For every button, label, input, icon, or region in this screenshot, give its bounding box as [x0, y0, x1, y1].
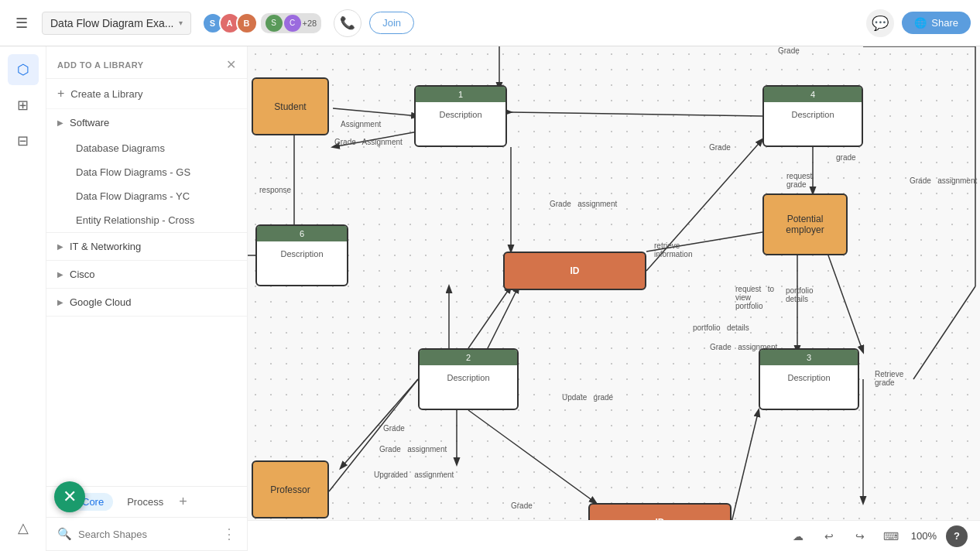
label-request-view: request toviewportfolio [735, 285, 774, 310]
create-library-label: Create a Library [70, 88, 142, 100]
label-upgraded-assign: Upgraded assignment [374, 471, 454, 479]
avatar: B [236, 12, 258, 34]
redo-button[interactable]: ↪ [849, 525, 871, 547]
grid-button[interactable]: ⊞ [8, 90, 39, 121]
label-request-grade: requestgrade [786, 172, 812, 189]
software-chevron-icon: ▶ [57, 118, 63, 127]
search-bar: 🔍 ⋮ [46, 518, 247, 551]
phone-button[interactable]: 📞 [334, 9, 362, 37]
help-button[interactable]: ? [946, 525, 968, 547]
sidebar-panel: ADD TO A LIBRARY ✕ + Create a Library ▶ … [46, 46, 248, 551]
grid-icon: ⊞ [17, 97, 29, 114]
sidebar-item-database-diagrams[interactable]: Database Diagrams [46, 136, 247, 160]
undo-icon: ↩ [824, 530, 834, 542]
sidebar-close-button[interactable]: ✕ [226, 57, 236, 72]
label-grade3: Grade [511, 501, 533, 510]
label-grade2: Grade [383, 424, 405, 433]
cisco-label: Cisco [70, 269, 95, 280]
svg-line-5 [511, 112, 762, 116]
cisco-chevron-icon: ▶ [57, 270, 63, 279]
svg-line-19 [488, 286, 519, 348]
search-icon: 🔍 [57, 527, 72, 541]
entity-box-3[interactable]: 3 Description [759, 348, 859, 410]
id1-entity[interactable]: ID [503, 252, 646, 290]
share-label: Share [931, 17, 958, 29]
title-text: Data Flow Diagram Exa... [50, 17, 174, 29]
entity-box-1[interactable]: 1 Description [414, 85, 507, 147]
entity-box-6[interactable]: 6 Description [255, 224, 348, 286]
keyboard-button[interactable]: ⌨ [880, 525, 902, 547]
share-button[interactable]: 🌐 Share [902, 12, 971, 34]
menu-button[interactable]: ☰ [9, 11, 34, 36]
cloud-icon: ☁ [793, 530, 804, 542]
shapes-icon: ⬡ [17, 61, 29, 78]
title-chevron: ▾ [179, 19, 183, 27]
canvas-area[interactable]: Student 1 Description 4 Description 6 De… [248, 46, 980, 551]
label-portfolio: portfoliodetails [786, 286, 814, 303]
svg-line-0 [333, 108, 418, 116]
potential-employer-entity[interactable]: Potential employer [762, 193, 848, 255]
fab-button[interactable]: ✕ [54, 481, 85, 512]
svg-line-11 [828, 255, 863, 352]
zoom-level: 100% [911, 530, 937, 542]
sidebar-item-dataflow-gs[interactable]: Data Flow Diagrams - GS [46, 160, 247, 184]
toolbar: ☰ Data Flow Diagram Exa... ▾ S A B SC+28… [0, 0, 980, 46]
svg-line-13 [341, 379, 418, 468]
avatars-group: S A B SC+28 [207, 12, 322, 34]
google-cloud-section-header[interactable]: ▶ Google Cloud [46, 289, 247, 316]
cloud-button[interactable]: ☁ [787, 525, 809, 547]
software-section-label: Software [70, 117, 109, 128]
search-input[interactable] [78, 529, 216, 540]
label-response: response [259, 186, 291, 194]
software-section: ▶ Software Database Diagrams Data Flow D… [46, 109, 247, 233]
avatar-count: SC+28 [261, 13, 322, 33]
left-icon-bar: ⬡ ⊞ ⊟ △ [0, 46, 46, 551]
tab-process[interactable]: Process [118, 493, 173, 511]
label-grade-assignment2: Grade assignment [550, 200, 617, 208]
sidebar-header: ADD TO A LIBRARY ✕ [46, 46, 247, 79]
sidebar-item-dataflow-yc[interactable]: Data Flow Diagrams - YC [46, 184, 247, 208]
google-cloud-section: ▶ Google Cloud [46, 289, 247, 317]
google-cloud-chevron-icon: ▶ [57, 298, 63, 306]
help-label: ? [954, 530, 960, 542]
svg-line-20 [732, 410, 759, 522]
label-retrieve-info: retrieveinformation [654, 241, 692, 258]
professor-entity[interactable]: Professor [252, 460, 329, 518]
diagram-icon: △ [18, 519, 29, 536]
document-title[interactable]: Data Flow Diagram Exa... ▾ [42, 12, 191, 35]
chat-button[interactable]: 💬 [866, 9, 894, 37]
entity-box-4[interactable]: 4 Description [762, 85, 863, 147]
diagram: Student 1 Description 4 Description 6 De… [248, 46, 980, 551]
software-section-header[interactable]: ▶ Software [46, 109, 247, 136]
it-networking-section-header[interactable]: ▶ IT & Networking [46, 233, 247, 260]
undo-button[interactable]: ↩ [818, 525, 840, 547]
bottom-bar: ☁ ↩ ↪ ⌨ 100% ? [248, 520, 980, 551]
create-library-button[interactable]: + Create a Library [46, 79, 247, 109]
label-grade: Grade [709, 143, 731, 152]
shapes-button[interactable]: ⬡ [8, 54, 39, 85]
entity-box-2[interactable]: 2 Description [418, 348, 519, 410]
svg-line-21 [913, 286, 975, 379]
tab-add-icon[interactable]: + [179, 494, 187, 510]
search-menu-icon[interactable]: ⋮ [222, 525, 236, 542]
label-assignment: Assignment [341, 120, 381, 128]
plus-icon: + [57, 87, 64, 101]
fab-icon: ✕ [63, 487, 77, 507]
diagram-button[interactable]: △ [8, 512, 39, 543]
label-grade4: grade [836, 153, 856, 162]
student-entity[interactable]: Student [252, 77, 329, 135]
svg-line-15 [468, 410, 596, 503]
cisco-section-header[interactable]: ▶ Cisco [46, 261, 247, 288]
label-retrieve-grade: Retrievegrade [875, 370, 903, 387]
share-globe-icon: 🌐 [914, 17, 927, 29]
it-networking-chevron-icon: ▶ [57, 242, 63, 251]
label-grade-assignment4: Grade assignment [910, 176, 977, 185]
it-networking-label: IT & Networking [70, 241, 141, 252]
join-button[interactable]: Join [369, 12, 414, 34]
table-button[interactable]: ⊟ [8, 125, 39, 156]
label-grade-assignment: Grade Assignment [334, 138, 403, 146]
menu-icon: ☰ [15, 15, 28, 32]
cisco-section: ▶ Cisco [46, 261, 247, 289]
sidebar-item-entity-cross[interactable]: Entity Relationship - Cross [46, 208, 247, 232]
label-grade-assignment3: Grade assignment [710, 343, 777, 351]
